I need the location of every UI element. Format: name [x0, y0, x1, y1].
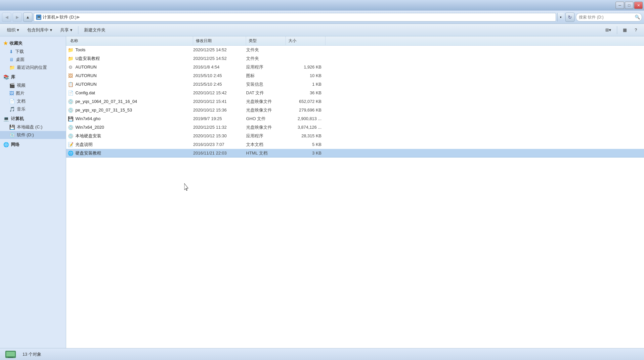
- close-button[interactable]: ✕: [634, 2, 643, 9]
- file-icon: 📝: [67, 142, 73, 148]
- network-header[interactable]: 🌐 网络: [0, 140, 66, 149]
- table-row[interactable]: 🖼 AUTORUN 2015/5/10 2:45 图标 10 KB: [66, 71, 644, 80]
- col-header-type[interactable]: 类型: [246, 36, 286, 46]
- col-header-date[interactable]: 修改日期: [193, 36, 246, 46]
- status-bar: 13 个对象: [0, 348, 644, 360]
- video-icon: 🎬: [9, 83, 15, 88]
- table-row[interactable]: 💾 Win7x64.gho 2019/9/7 19:25 GHO 文件 2,90…: [66, 114, 644, 123]
- file-name: 📁 Tools: [67, 47, 193, 53]
- file-type: 光盘映像文件: [246, 99, 286, 105]
- library-header[interactable]: 📚 库: [0, 73, 66, 81]
- table-row[interactable]: 📄 Config.dat 2020/10/12 15:42 DAT 文件 36 …: [66, 89, 644, 97]
- computer-header[interactable]: 💻 计算机: [0, 114, 66, 123]
- file-size: 3,874,126 ...: [286, 125, 325, 130]
- file-area: 名称 修改日期 类型 大小 📁 Tools 2020/12/25 14:52 文…: [66, 36, 644, 348]
- help-button[interactable]: ?: [631, 25, 641, 35]
- file-type: 光盘映像文件: [246, 124, 286, 130]
- forward-button[interactable]: ▶: [13, 13, 22, 22]
- refresh-button[interactable]: ↻: [565, 13, 575, 22]
- organize-label: 组织: [7, 27, 16, 33]
- breadcrumb-computer[interactable]: 计算机: [43, 14, 56, 20]
- organize-button[interactable]: 组织 ▾: [3, 25, 23, 35]
- table-row[interactable]: 📁 U盘安装教程 2020/12/25 14:52 文件夹: [66, 54, 644, 63]
- view-buttons: ⊞▾ ▦ ?: [602, 25, 641, 35]
- file-type: 应用程序: [246, 133, 286, 139]
- file-date: 2019/9/7 19:25: [193, 116, 246, 121]
- file-date: 2020/12/25 14:52: [193, 47, 246, 52]
- up-button[interactable]: ▲: [23, 13, 32, 22]
- file-date: 2020/10/12 15:41: [193, 99, 246, 104]
- sidebar-item-d-drive[interactable]: 💿 软件 (D:): [0, 131, 66, 139]
- library-icon: 📚: [3, 74, 9, 80]
- library-label: 库: [11, 74, 15, 80]
- video-label: 视频: [17, 82, 25, 88]
- col-header-size[interactable]: 大小: [286, 36, 325, 46]
- sidebar-item-image[interactable]: 🖼 图片: [0, 89, 66, 97]
- include-in-library-button[interactable]: 包含到库中 ▾: [23, 25, 56, 35]
- new-folder-button[interactable]: 新建文件夹: [80, 25, 109, 35]
- file-size: 2,900,813 ...: [286, 116, 325, 121]
- library-section: 📚 库 🎬 视频 🖼 图片 📄 文档 🎵 音乐: [0, 73, 66, 113]
- file-size: 28,315 KB: [286, 133, 325, 138]
- file-type: HTML 文档: [246, 150, 286, 156]
- back-button[interactable]: ◀: [2, 13, 11, 22]
- search-icon[interactable]: 🔍: [634, 14, 641, 21]
- col-header-name[interactable]: 名称: [67, 36, 193, 46]
- address-bar[interactable]: 💻 计算机 ▶ 软件 (D:) ▶: [34, 13, 556, 22]
- table-row[interactable]: 📁 Tools 2020/12/25 14:52 文件夹: [66, 46, 644, 54]
- sidebar-item-download[interactable]: ⬇ 下载: [0, 48, 66, 56]
- d-drive-icon: 💿: [9, 132, 15, 138]
- file-name: 💿 pe_yqs_1064_20_07_31_16_04: [67, 99, 193, 105]
- file-name: ⚙ AUTORUN: [67, 64, 193, 70]
- minimize-button[interactable]: ─: [616, 2, 624, 9]
- table-row[interactable]: 💿 Win7x64_2020 2020/12/25 11:32 光盘映像文件 3…: [66, 123, 644, 132]
- file-name: 💿 pe_yqs_xp_20_07_31_15_53: [67, 107, 193, 113]
- computer-label: 计算机: [11, 116, 24, 122]
- share-button[interactable]: 共享 ▾: [57, 25, 76, 35]
- sidebar-item-video[interactable]: 🎬 视频: [0, 81, 66, 89]
- breadcrumb-drive[interactable]: 软件 (D:): [60, 14, 76, 20]
- sidebar-item-c-drive[interactable]: 💾 本地磁盘 (C:): [0, 123, 66, 131]
- file-name: 💾 Win7x64.gho: [67, 116, 193, 122]
- search-input[interactable]: [576, 13, 642, 22]
- favorites-label: 收藏夹: [10, 40, 22, 46]
- window-controls: ─ □ ✕: [616, 2, 643, 9]
- file-list: 📁 Tools 2020/12/25 14:52 文件夹 📁 U盘安装教程 20…: [66, 46, 644, 348]
- search-wrapper: 🔍: [576, 13, 642, 22]
- file-icon: 📄: [67, 90, 73, 96]
- share-label: 共享: [60, 27, 69, 33]
- table-row[interactable]: 📝 光盘说明 2016/10/23 7:07 文本文档 5 KB: [66, 140, 644, 149]
- favorites-header[interactable]: ★ 收藏夹: [0, 39, 66, 48]
- address-dropdown[interactable]: ▾: [557, 13, 564, 22]
- file-size: 1 KB: [286, 82, 325, 87]
- table-row[interactable]: 💿 pe_yqs_1064_20_07_31_16_04 2020/10/12 …: [66, 97, 644, 106]
- table-row[interactable]: ⚙ AUTORUN 2016/1/8 4:54 应用程序 1,926 KB: [66, 63, 644, 71]
- svg-rect-1: [6, 352, 15, 356]
- table-row[interactable]: 📋 AUTORUN 2015/5/10 2:45 安装信息 1 KB: [66, 80, 644, 89]
- table-row[interactable]: 💿 pe_yqs_xp_20_07_31_15_53 2020/10/12 15…: [66, 106, 644, 114]
- maximize-button[interactable]: □: [625, 2, 633, 9]
- c-drive-label: 本地磁盘 (C:): [17, 124, 42, 130]
- file-icon: 📁: [67, 56, 73, 62]
- sidebar-item-desktop[interactable]: 🖥 桌面: [0, 56, 66, 64]
- file-name: 📝 光盘说明: [67, 142, 193, 148]
- sidebar-item-music[interactable]: 🎵 音乐: [0, 105, 66, 113]
- music-label: 音乐: [17, 106, 25, 112]
- c-drive-icon: 💾: [9, 124, 15, 130]
- download-label: 下载: [15, 49, 24, 55]
- download-icon: ⬇: [9, 49, 13, 54]
- file-name: 🌐 硬盘安装教程: [67, 150, 193, 156]
- sidebar-item-recent[interactable]: 📁 最近访问的位置: [0, 64, 66, 71]
- music-icon: 🎵: [9, 107, 15, 112]
- file-type: 文件夹: [246, 56, 286, 62]
- file-date: 2020/12/25 14:52: [193, 56, 246, 61]
- computer-section: 💻 计算机 💾 本地磁盘 (C:) 💿 软件 (D:): [0, 114, 66, 139]
- preview-button[interactable]: ▦: [619, 25, 630, 35]
- recent-icon: 📁: [9, 65, 15, 70]
- file-name: 📁 U盘安装教程: [67, 56, 193, 62]
- view-button[interactable]: ⊞▾: [602, 25, 615, 35]
- sidebar-item-doc[interactable]: 📄 文档: [0, 97, 66, 105]
- table-row[interactable]: 🌐 硬盘安装教程 2016/11/21 22:03 HTML 文档 3 KB: [66, 149, 644, 158]
- file-date: 2015/5/10 2:45: [193, 82, 246, 87]
- table-row[interactable]: 💿 本地硬盘安装 2020/10/12 15:30 应用程序 28,315 KB: [66, 132, 644, 140]
